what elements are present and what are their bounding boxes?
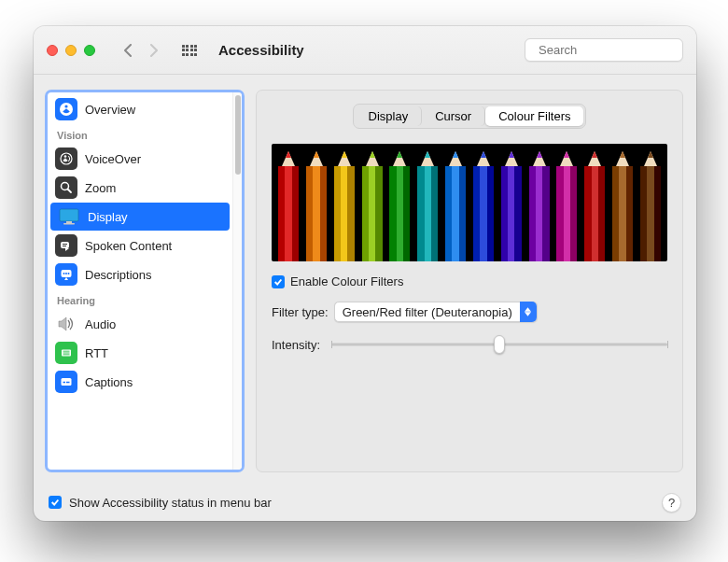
search-input[interactable] [539, 43, 695, 57]
filter-type-label: Filter type: [272, 305, 329, 319]
detail-panel: Display Cursor Colour Filters Enable Col… [256, 90, 683, 472]
intensity-label: Intensity: [272, 338, 320, 352]
audio-icon [55, 313, 77, 335]
pencil [500, 144, 523, 261]
svg-line-5 [68, 190, 72, 193]
svg-point-14 [65, 273, 67, 274]
chevron-right-icon [149, 44, 159, 57]
enable-colour-filters-checkbox[interactable] [272, 275, 285, 288]
pencil [611, 144, 634, 261]
intensity-slider[interactable] [331, 335, 667, 354]
filter-type-select[interactable]: Green/Red filter (Deuteranopia) [334, 302, 538, 322]
display-icon [58, 205, 80, 228]
tab-cursor[interactable]: Cursor [422, 106, 485, 126]
sidebar-item-display[interactable]: Display [50, 203, 230, 231]
pencil [277, 144, 300, 261]
back-button[interactable] [116, 39, 140, 62]
svg-point-15 [68, 273, 70, 274]
forward-button[interactable] [142, 39, 166, 62]
rtt-icon [55, 342, 77, 364]
check-icon [50, 498, 60, 507]
pencil-preview [272, 144, 667, 261]
minimize-window-button[interactable] [65, 45, 77, 56]
pencil [528, 144, 551, 261]
voiceover-icon [55, 148, 77, 170]
sidebar-item-label: Descriptions [85, 268, 152, 282]
sidebar-item-label: Zoom [85, 181, 116, 195]
chevron-left-icon [123, 44, 133, 57]
captions-icon [55, 371, 77, 393]
sidebar-section-vision: Vision [48, 124, 232, 144]
pencil [416, 144, 439, 261]
sidebar-item-descriptions[interactable]: Descriptions [48, 260, 232, 288]
footer: Show Accessibility status in menu bar ? [34, 484, 696, 521]
svg-rect-8 [63, 223, 75, 225]
sidebar-scrollbar-thumb[interactable] [235, 95, 241, 175]
overview-icon [55, 98, 77, 120]
enable-colour-filters-row: Enable Colour Filters [272, 274, 667, 288]
show-all-button[interactable] [177, 39, 202, 62]
pencil [472, 144, 495, 261]
sidebar-item-label: RTT [85, 346, 108, 360]
descriptions-icon [55, 263, 77, 286]
svg-rect-7 [66, 221, 72, 223]
sidebar-list[interactable]: Overview Vision VoiceOver Zoom [48, 92, 232, 470]
sidebar-item-spoken-content[interactable]: Spoken Content [48, 232, 232, 260]
intensity-row: Intensity: [272, 335, 667, 354]
check-icon [273, 277, 283, 287]
pencil [333, 144, 356, 261]
sidebar-item-captions[interactable]: Captions [48, 368, 232, 396]
sidebar-item-label: Audio [85, 317, 116, 331]
window-title: Accessibility [218, 42, 304, 58]
pencil [388, 144, 411, 261]
tab-segmented-control: Display Cursor Colour Filters [353, 104, 587, 129]
sidebar-item-label: VoiceOver [85, 152, 141, 166]
sidebar-section-hearing: Hearing [48, 289, 232, 309]
window-controls [47, 45, 95, 56]
sidebar-item-label: Overview [85, 103, 135, 117]
titlebar: Accessibility [34, 26, 696, 75]
filter-type-value: Green/Red filter (Deuteranopia) [343, 305, 512, 319]
zoom-window-button[interactable] [84, 45, 95, 56]
zoom-icon [55, 176, 77, 199]
svg-rect-6 [60, 209, 78, 221]
show-status-label: Show Accessibility status in menu bar [69, 496, 272, 510]
show-status-checkbox[interactable] [49, 496, 62, 509]
sidebar-item-voiceover[interactable]: VoiceOver [48, 145, 232, 173]
sidebar-item-rtt[interactable]: RTT [48, 339, 232, 367]
pencil [583, 144, 606, 261]
filter-type-row: Filter type: Green/Red filter (Deuterano… [272, 302, 667, 322]
content-area: Overview Vision VoiceOver Zoom [34, 75, 696, 484]
pencil [361, 144, 384, 261]
pencil [444, 144, 467, 261]
tab-colour-filters[interactable]: Colour Filters [485, 106, 583, 126]
svg-point-13 [63, 273, 65, 274]
search-field[interactable] [525, 38, 683, 62]
slider-thumb[interactable] [494, 335, 505, 354]
sidebar-item-audio[interactable]: Audio [48, 310, 232, 338]
pencil [639, 144, 662, 261]
spoken-content-icon [55, 234, 77, 257]
sidebar: Overview Vision VoiceOver Zoom [45, 90, 245, 472]
preferences-window: Accessibility Overview Vision [34, 26, 696, 521]
enable-colour-filters-label: Enable Colour Filters [290, 274, 403, 288]
pencil [555, 144, 578, 261]
sidebar-item-overview[interactable]: Overview [48, 95, 232, 123]
sidebar-item-label: Spoken Content [85, 239, 172, 253]
svg-rect-9 [61, 242, 69, 248]
sidebar-item-label: Captions [85, 375, 133, 389]
sidebar-item-label: Display [88, 210, 128, 224]
pencil [305, 144, 328, 261]
tab-display[interactable]: Display [356, 106, 423, 126]
close-window-button[interactable] [47, 45, 58, 56]
sidebar-item-zoom[interactable]: Zoom [48, 174, 232, 202]
svg-point-3 [64, 155, 67, 158]
nav-buttons [116, 39, 166, 62]
select-stepper-icon [520, 302, 537, 322]
help-button[interactable]: ? [662, 493, 681, 513]
svg-point-1 [64, 105, 67, 107]
sidebar-scrollbar[interactable] [232, 92, 242, 470]
